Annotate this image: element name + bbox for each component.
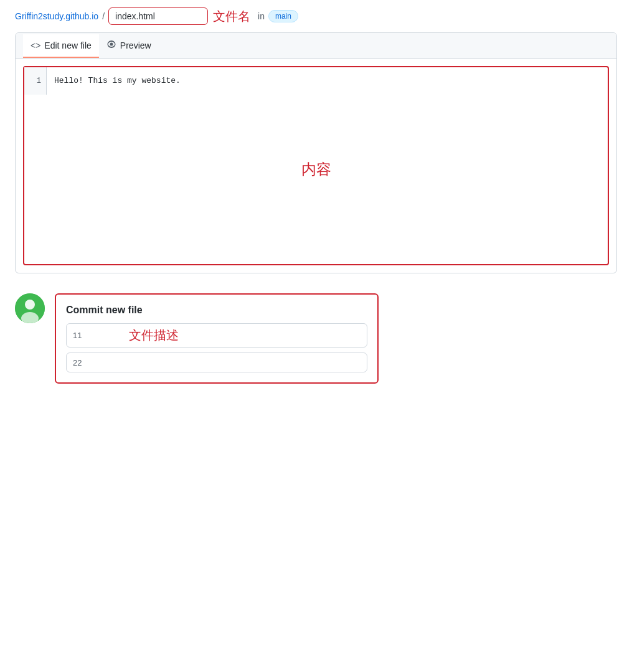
tab-bar: <> Edit new file Preview bbox=[16, 33, 616, 59]
page-container: Griffin2study.github.io / 文件名 in main <>… bbox=[0, 0, 632, 672]
content-annotation: 内容 bbox=[301, 159, 331, 179]
tab-preview[interactable]: Preview bbox=[99, 33, 159, 59]
commit-input-row-2[interactable]: 22 bbox=[66, 353, 367, 372]
code-editor-inner: 1 Hello! This is my website. bbox=[24, 67, 608, 95]
commit-input-value-1: 11 bbox=[73, 331, 92, 340]
breadcrumb-bar: Griffin2study.github.io / 文件名 in main bbox=[0, 0, 632, 32]
repo-link[interactable]: Griffin2study.github.io bbox=[15, 11, 98, 21]
tab-edit[interactable]: <> Edit new file bbox=[23, 34, 99, 58]
in-label: in bbox=[258, 11, 265, 21]
commit-title: Commit new file bbox=[66, 305, 367, 316]
commit-input-row-1[interactable]: 11 文件描述 bbox=[66, 323, 367, 348]
tab-edit-label: Edit new file bbox=[44, 40, 91, 50]
commit-box: Commit new file 11 文件描述 22 bbox=[55, 293, 379, 384]
eye-icon bbox=[106, 39, 116, 51]
editor-section: <> Edit new file Preview 1 Hello! This i… bbox=[15, 32, 617, 273]
branch-badge[interactable]: main bbox=[268, 10, 298, 22]
code-content[interactable]: Hello! This is my website. bbox=[47, 67, 608, 95]
breadcrumb-slash: / bbox=[102, 11, 105, 21]
code-icon: <> bbox=[31, 40, 40, 50]
filename-input[interactable] bbox=[108, 7, 208, 25]
tab-preview-label: Preview bbox=[120, 40, 151, 50]
line-numbers: 1 bbox=[24, 67, 47, 95]
filename-annotation: 文件名 bbox=[213, 8, 250, 25]
commit-input-value-2: 22 bbox=[73, 358, 82, 367]
commit-section: Commit new file 11 文件描述 22 bbox=[15, 293, 617, 384]
line-number-1: 1 bbox=[29, 75, 41, 87]
svg-point-1 bbox=[25, 300, 35, 310]
code-editor-wrapper: 1 Hello! This is my website. 内容 bbox=[23, 66, 609, 265]
avatar bbox=[15, 293, 45, 323]
commit-desc-annotation: 文件描述 bbox=[129, 327, 179, 344]
branch-label: in main bbox=[258, 10, 298, 22]
